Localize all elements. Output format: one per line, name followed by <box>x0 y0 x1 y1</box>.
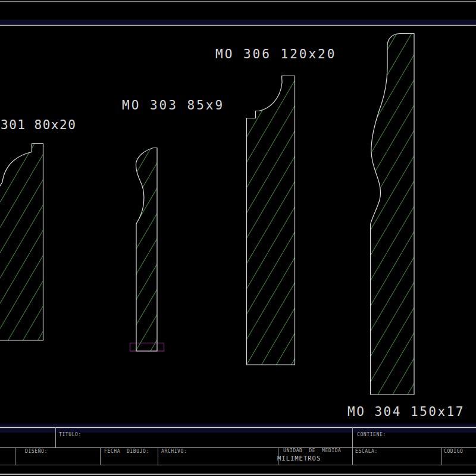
profile-mo304-shape <box>371 34 415 395</box>
titleblock-titulo-label: TITULO: <box>59 432 82 438</box>
profile-mo301-shape <box>0 144 43 341</box>
cad-drawing-canvas: 301 80x20 MO 303 85x9 MO 306 120x20 MO 3… <box>0 0 476 476</box>
profile-mo306-shape <box>247 76 295 365</box>
label-mo301: 301 80x20 <box>1 118 76 132</box>
titleblock-milimetros-value: MILIMETROS <box>277 455 321 462</box>
top-navy-band <box>0 20 476 24</box>
profile-mo303-shape <box>136 148 157 352</box>
titleblock-escala-label: ESCALA: <box>355 449 378 455</box>
titleblock-archivo-label: ARCHIVO: <box>161 449 187 455</box>
label-mo306: MO 306 120x20 <box>215 47 336 61</box>
titleblock-diseno-label: DISEÑO: <box>25 449 48 455</box>
titleblock-codigo-label: CODIGO <box>444 449 464 455</box>
label-mo304: MO 304 150x17 <box>347 405 465 419</box>
titleblock-unidad-de-medida-label: UNIDAD DE MEDIDA <box>283 448 342 454</box>
titleblock-contiene-label: CONTIENE: <box>357 432 386 438</box>
titleblock-fecha-dibujo-label: FECHA DIBUJO: <box>104 449 149 455</box>
label-mo303: MO 303 85x9 <box>122 98 224 112</box>
bottom-navy-band-upper <box>0 424 476 427</box>
